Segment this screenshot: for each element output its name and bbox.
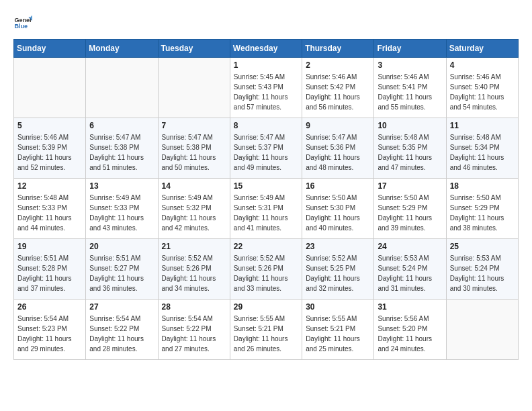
day-number: 11 xyxy=(450,121,515,130)
weekday-friday: Friday xyxy=(374,40,446,58)
calendar-cell: 2Sunrise: 5:46 AM Sunset: 5:42 PM Daylig… xyxy=(302,58,374,118)
day-number: 22 xyxy=(234,242,298,251)
day-info: Sunrise: 5:54 AM Sunset: 5:23 PM Dayligh… xyxy=(17,314,82,354)
calendar-cell xyxy=(446,300,518,360)
day-info: Sunrise: 5:52 AM Sunset: 5:26 PM Dayligh… xyxy=(234,253,298,293)
weekday-monday: Monday xyxy=(86,40,158,58)
calendar-cell: 27Sunrise: 5:54 AM Sunset: 5:22 PM Dayli… xyxy=(86,300,158,360)
day-info: Sunrise: 5:46 AM Sunset: 5:42 PM Dayligh… xyxy=(306,72,370,112)
day-number: 6 xyxy=(89,121,154,130)
calendar-cell: 1Sunrise: 5:45 AM Sunset: 5:43 PM Daylig… xyxy=(230,58,302,118)
day-number: 13 xyxy=(89,181,154,191)
day-number: 9 xyxy=(306,121,370,130)
calendar-cell: 4Sunrise: 5:46 AM Sunset: 5:40 PM Daylig… xyxy=(446,58,518,118)
day-number: 4 xyxy=(450,60,515,70)
week-row-1: 1Sunrise: 5:45 AM Sunset: 5:43 PM Daylig… xyxy=(14,58,519,118)
calendar-cell: 16Sunrise: 5:50 AM Sunset: 5:30 PM Dayli… xyxy=(302,179,374,239)
calendar-cell: 29Sunrise: 5:55 AM Sunset: 5:21 PM Dayli… xyxy=(230,300,302,360)
day-number: 25 xyxy=(450,242,515,251)
day-number: 19 xyxy=(17,242,82,251)
day-number: 28 xyxy=(162,302,226,312)
day-info: Sunrise: 5:54 AM Sunset: 5:22 PM Dayligh… xyxy=(162,314,226,354)
day-info: Sunrise: 5:48 AM Sunset: 5:33 PM Dayligh… xyxy=(17,193,82,233)
day-number: 8 xyxy=(234,121,298,130)
calendar-cell: 17Sunrise: 5:50 AM Sunset: 5:29 PM Dayli… xyxy=(374,179,446,239)
svg-text:Blue: Blue xyxy=(14,23,28,30)
day-info: Sunrise: 5:52 AM Sunset: 5:25 PM Dayligh… xyxy=(306,253,370,293)
calendar-cell: 9Sunrise: 5:47 AM Sunset: 5:36 PM Daylig… xyxy=(302,118,374,179)
calendar-cell: 20Sunrise: 5:51 AM Sunset: 5:27 PM Dayli… xyxy=(86,239,158,300)
day-info: Sunrise: 5:51 AM Sunset: 5:28 PM Dayligh… xyxy=(17,253,82,293)
day-info: Sunrise: 5:52 AM Sunset: 5:26 PM Dayligh… xyxy=(162,253,226,293)
day-number: 20 xyxy=(89,242,154,251)
weekday-wednesday: Wednesday xyxy=(230,40,302,58)
logo: General Blue xyxy=(13,13,32,32)
day-number: 18 xyxy=(450,181,515,191)
calendar-cell xyxy=(86,58,158,118)
day-info: Sunrise: 5:56 AM Sunset: 5:20 PM Dayligh… xyxy=(378,314,442,354)
calendar-cell: 22Sunrise: 5:52 AM Sunset: 5:26 PM Dayli… xyxy=(230,239,302,300)
day-info: Sunrise: 5:49 AM Sunset: 5:33 PM Dayligh… xyxy=(89,193,154,233)
day-number: 17 xyxy=(378,181,442,191)
calendar-cell: 25Sunrise: 5:53 AM Sunset: 5:24 PM Dayli… xyxy=(446,239,518,300)
calendar-cell: 24Sunrise: 5:53 AM Sunset: 5:24 PM Dayli… xyxy=(374,239,446,300)
day-info: Sunrise: 5:46 AM Sunset: 5:39 PM Dayligh… xyxy=(17,132,82,173)
day-info: Sunrise: 5:46 AM Sunset: 5:40 PM Dayligh… xyxy=(450,72,515,112)
day-number: 7 xyxy=(162,121,226,130)
day-info: Sunrise: 5:46 AM Sunset: 5:41 PM Dayligh… xyxy=(378,72,442,112)
day-number: 31 xyxy=(378,302,442,312)
day-number: 5 xyxy=(17,121,82,130)
calendar-cell: 6Sunrise: 5:47 AM Sunset: 5:38 PM Daylig… xyxy=(86,118,158,179)
header: General Blue xyxy=(13,13,519,32)
day-info: Sunrise: 5:48 AM Sunset: 5:35 PM Dayligh… xyxy=(378,132,442,173)
day-info: Sunrise: 5:47 AM Sunset: 5:37 PM Dayligh… xyxy=(234,132,298,173)
calendar-cell: 5Sunrise: 5:46 AM Sunset: 5:39 PM Daylig… xyxy=(14,118,86,179)
day-info: Sunrise: 5:55 AM Sunset: 5:21 PM Dayligh… xyxy=(306,314,370,354)
day-number: 15 xyxy=(234,181,298,191)
day-number: 21 xyxy=(162,242,226,251)
week-row-4: 19Sunrise: 5:51 AM Sunset: 5:28 PM Dayli… xyxy=(14,239,519,300)
week-row-3: 12Sunrise: 5:48 AM Sunset: 5:33 PM Dayli… xyxy=(14,179,519,239)
calendar-cell: 23Sunrise: 5:52 AM Sunset: 5:25 PM Dayli… xyxy=(302,239,374,300)
calendar-table: SundayMondayTuesdayWednesdayThursdayFrid… xyxy=(13,39,519,360)
day-info: Sunrise: 5:45 AM Sunset: 5:43 PM Dayligh… xyxy=(234,72,298,112)
calendar-cell: 26Sunrise: 5:54 AM Sunset: 5:23 PM Dayli… xyxy=(14,300,86,360)
day-info: Sunrise: 5:49 AM Sunset: 5:32 PM Dayligh… xyxy=(162,193,226,233)
calendar-cell: 19Sunrise: 5:51 AM Sunset: 5:28 PM Dayli… xyxy=(14,239,86,300)
day-info: Sunrise: 5:51 AM Sunset: 5:27 PM Dayligh… xyxy=(89,253,154,293)
day-number: 2 xyxy=(306,60,370,70)
day-number: 29 xyxy=(234,302,298,312)
day-info: Sunrise: 5:48 AM Sunset: 5:34 PM Dayligh… xyxy=(450,132,515,173)
calendar-cell: 10Sunrise: 5:48 AM Sunset: 5:35 PM Dayli… xyxy=(374,118,446,179)
day-number: 26 xyxy=(17,302,82,312)
day-number: 3 xyxy=(378,60,442,70)
day-info: Sunrise: 5:50 AM Sunset: 5:29 PM Dayligh… xyxy=(450,193,515,233)
weekday-header-row: SundayMondayTuesdayWednesdayThursdayFrid… xyxy=(14,40,519,58)
day-number: 24 xyxy=(378,242,442,251)
day-number: 10 xyxy=(378,121,442,130)
calendar-cell: 13Sunrise: 5:49 AM Sunset: 5:33 PM Dayli… xyxy=(86,179,158,239)
calendar-cell: 28Sunrise: 5:54 AM Sunset: 5:22 PM Dayli… xyxy=(158,300,230,360)
day-number: 12 xyxy=(17,181,82,191)
weekday-saturday: Saturday xyxy=(446,40,518,58)
day-info: Sunrise: 5:54 AM Sunset: 5:22 PM Dayligh… xyxy=(89,314,154,354)
day-number: 14 xyxy=(162,181,226,191)
week-row-2: 5Sunrise: 5:46 AM Sunset: 5:39 PM Daylig… xyxy=(14,118,519,179)
day-info: Sunrise: 5:53 AM Sunset: 5:24 PM Dayligh… xyxy=(378,253,442,293)
calendar-cell: 8Sunrise: 5:47 AM Sunset: 5:37 PM Daylig… xyxy=(230,118,302,179)
week-row-5: 26Sunrise: 5:54 AM Sunset: 5:23 PM Dayli… xyxy=(14,300,519,360)
calendar-cell: 12Sunrise: 5:48 AM Sunset: 5:33 PM Dayli… xyxy=(14,179,86,239)
day-number: 30 xyxy=(306,302,370,312)
calendar-cell: 11Sunrise: 5:48 AM Sunset: 5:34 PM Dayli… xyxy=(446,118,518,179)
calendar-cell: 18Sunrise: 5:50 AM Sunset: 5:29 PM Dayli… xyxy=(446,179,518,239)
day-info: Sunrise: 5:47 AM Sunset: 5:36 PM Dayligh… xyxy=(306,132,370,173)
day-info: Sunrise: 5:50 AM Sunset: 5:29 PM Dayligh… xyxy=(378,193,442,233)
day-number: 23 xyxy=(306,242,370,251)
calendar-cell: 7Sunrise: 5:47 AM Sunset: 5:38 PM Daylig… xyxy=(158,118,230,179)
calendar-cell xyxy=(158,58,230,118)
weekday-tuesday: Tuesday xyxy=(158,40,230,58)
weekday-thursday: Thursday xyxy=(302,40,374,58)
day-number: 16 xyxy=(306,181,370,191)
calendar-cell: 21Sunrise: 5:52 AM Sunset: 5:26 PM Dayli… xyxy=(158,239,230,300)
calendar-cell: 15Sunrise: 5:49 AM Sunset: 5:31 PM Dayli… xyxy=(230,179,302,239)
